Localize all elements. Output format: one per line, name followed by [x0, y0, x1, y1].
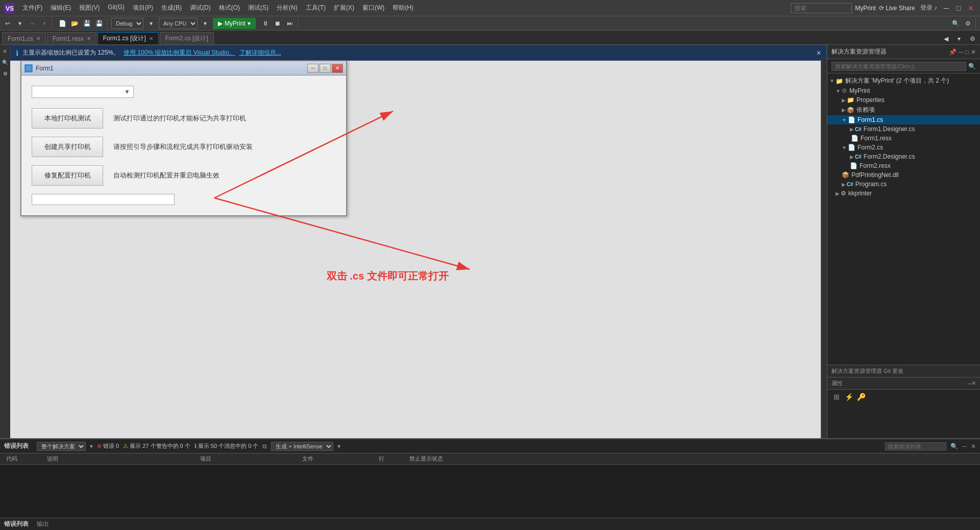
bp-pin-icon[interactable]: ─ [962, 443, 967, 450]
se-search-icon[interactable]: 🔍 [968, 63, 976, 70]
win-titlebar[interactable]: □ Form1 ─ □ ✕ [21, 61, 346, 75]
bp-warning-badge[interactable]: ⚠ 展示 27 个警告中的 0 个 [123, 442, 190, 450]
menu-analyze[interactable]: 分析(N) [273, 2, 302, 14]
bp-search-input[interactable] [885, 442, 946, 450]
se-item-form1designer[interactable]: ▶ C# Form1.Designer.cs [827, 124, 980, 134]
save-button[interactable]: 💾 [81, 18, 92, 29]
open-file-button[interactable]: 📂 [69, 18, 80, 29]
tab-form1cs-close[interactable]: ✕ [36, 36, 40, 41]
menu-file[interactable]: 文件(F) [18, 2, 46, 14]
bp-error-badge[interactable]: ⊗ 错误 0 [97, 442, 119, 450]
tab-form1cs[interactable]: Form1.cs ✕ [2, 32, 46, 44]
close-button[interactable]: ✕ [966, 3, 976, 13]
toolbar-btn-1[interactable]: ⏸ [260, 18, 271, 29]
se-item-programcs[interactable]: ▶ C# Program.cs [827, 180, 980, 189]
run-button[interactable]: ▶ MyPrint ▾ [213, 18, 256, 29]
se-item-properties[interactable]: ▶ 📁 Properties [827, 95, 980, 105]
bp-scope-select[interactable]: 整个解决方案 [37, 442, 86, 451]
menu-format[interactable]: 格式(O) [215, 2, 244, 14]
win-textbox[interactable] [32, 194, 175, 205]
bp-info-badge[interactable]: ℹ 展示 50 个消息中的 0 个 [194, 442, 259, 450]
menu-view[interactable]: 视图(V) [75, 2, 104, 14]
menu-help[interactable]: 帮助(H) [388, 2, 418, 14]
pp-close-icon[interactable]: ✕ [971, 380, 976, 387]
se-item-kkprinter[interactable]: ▶ ⚙ kkprinter [827, 189, 980, 198]
se-item-solution[interactable]: ▼ 📁 解决方案 'MyPrint' (2 个项目，共 2 个) [827, 75, 980, 86]
tab-dropdown[interactable]: ▾ [953, 33, 965, 44]
se-item-form2cs[interactable]: ▼ 📄 Form2.cs [827, 143, 980, 152]
menu-tools[interactable]: 工具(T) [302, 2, 330, 14]
save-all-button[interactable]: 💾 [93, 18, 105, 29]
new-file-button[interactable]: 📄 [57, 18, 68, 29]
info-bar-action1[interactable]: 使用 100% 缩放比例重启 Visual Studio。 [124, 48, 235, 57]
menu-git[interactable]: Git(G) [104, 2, 129, 14]
menu-build[interactable]: 生成(B) [157, 2, 186, 14]
tab-settings[interactable]: ⚙ [967, 33, 978, 44]
win-maximize-btn[interactable]: □ [320, 64, 331, 73]
se-item-form1resx[interactable]: 📄 Form1.resx [827, 134, 980, 143]
se-item-form1cs[interactable]: ▼ 📄 Form1.cs [827, 115, 980, 124]
search-input[interactable] [791, 3, 852, 13]
toolbar-btn-2[interactable]: ⏹ [272, 18, 283, 29]
toolbar-right-btn2[interactable]: ⚙ [962, 18, 973, 29]
activity-icon-1[interactable]: ≡ [1, 47, 9, 55]
pp-icon-sort[interactable]: ⚡ [844, 392, 854, 402]
se-expand-icon[interactable]: □ [965, 48, 969, 56]
bp-tab-errors[interactable]: 错误列表 [4, 520, 29, 528]
menu-project[interactable]: 项目(P) [129, 2, 157, 14]
tab-form1resx-close[interactable]: ✕ [87, 36, 91, 41]
menu-debug[interactable]: 调试(D) [186, 2, 215, 14]
debug-config-select[interactable]: Debug [111, 18, 143, 29]
pp-icon-key[interactable]: 🔑 [856, 392, 866, 402]
activity-icon-2[interactable]: 🔍 [1, 58, 9, 66]
menu-extensions[interactable]: 扩展(X) [330, 2, 358, 14]
maximize-button[interactable]: □ [953, 3, 964, 13]
menu-window[interactable]: 窗口(W) [358, 2, 388, 14]
se-close-icon[interactable]: ✕ [971, 48, 976, 56]
win-minimize-btn[interactable]: ─ [307, 64, 318, 73]
info-bar-action2[interactable]: 了解详细信息... [239, 48, 281, 57]
minimize-button[interactable]: ─ [941, 3, 951, 13]
tab-form2design[interactable]: Form2.cs [设计] [160, 32, 214, 44]
platform-select[interactable]: Any CPU [159, 18, 198, 29]
tab-form1design[interactable]: Form1.cs [设计] ✕ [97, 32, 159, 44]
bp-build-dropdown[interactable]: ▾ [337, 443, 340, 450]
activity-icon-3[interactable]: ⚙ [1, 69, 9, 78]
info-bar-close[interactable]: ✕ [816, 49, 821, 57]
se-item-deps[interactable]: ▶ 📦 依赖项 [827, 105, 980, 115]
se-minimize-icon[interactable]: ─ [959, 48, 963, 56]
tab-form1design-close[interactable]: ✕ [149, 36, 153, 41]
designer-scrollbar[interactable] [821, 59, 827, 438]
tab-scroll-left[interactable]: ◀ [940, 33, 951, 44]
win-btn-create-share[interactable]: 创建共享打印机 [32, 137, 103, 157]
bp-build-select[interactable]: 生成 + IntelliSense [271, 442, 333, 451]
win-btn-repair-print[interactable]: 修复配置打印机 [32, 165, 103, 186]
bp-filter-icon[interactable]: ⧉ [262, 443, 267, 450]
se-item-form2resx[interactable]: 📄 Form2.resx [827, 161, 980, 170]
se-item-form2designer[interactable]: ▶ C# Form2.Designer.cs [827, 152, 980, 161]
undo-dropdown[interactable]: ▾ [14, 18, 26, 29]
se-item-pdfdll[interactable]: 📦 PdfPrintingNet.dll [827, 170, 980, 180]
redo-button[interactable]: ↪ [27, 18, 38, 29]
toolbar-right-btn1[interactable]: 🔍 [950, 18, 961, 29]
tab-form1resx[interactable]: Form1.resx ✕ [47, 32, 96, 44]
toolbar-btn-3[interactable]: ⏭ [284, 18, 296, 29]
menu-test[interactable]: 测试(S) [244, 2, 273, 14]
undo-button[interactable]: ↩ [2, 18, 13, 29]
se-search-input[interactable] [831, 62, 966, 71]
debug-config-dropdown[interactable]: ▾ [145, 18, 157, 29]
win-btn-local-print[interactable]: 本地打印机测试 [32, 108, 103, 129]
pp-pin-icon[interactable]: ─ [967, 381, 971, 387]
menu-edit[interactable]: 编辑(E) [46, 2, 75, 14]
bp-tab-output[interactable]: 输出 [37, 520, 49, 528]
user-login[interactable]: 登录 ♪ [920, 4, 937, 12]
se-pin-icon[interactable]: 📌 [949, 48, 957, 56]
win-close-btn[interactable]: ✕ [332, 64, 343, 73]
live-share-button[interactable]: ⟳ Live Share [879, 5, 915, 12]
se-item-myprint[interactable]: ▼ ⚙ MyPrint [827, 86, 980, 95]
platform-dropdown[interactable]: ▾ [200, 18, 211, 29]
win-combobox[interactable]: ▼ [32, 86, 134, 98]
bp-close-icon[interactable]: ✕ [971, 443, 976, 450]
bp-scope-dropdown[interactable]: ▾ [90, 443, 93, 450]
pp-icon-grid[interactable]: ⊞ [831, 392, 842, 402]
